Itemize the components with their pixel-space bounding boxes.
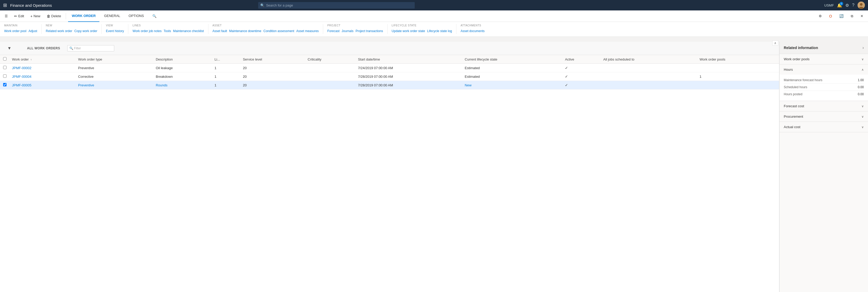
col-active[interactable]: Active — [562, 55, 601, 64]
active-check: ✓ — [565, 66, 568, 70]
col-lifecycle[interactable]: Current lifecycle state — [462, 55, 562, 64]
row-checkbox[interactable] — [3, 75, 6, 78]
ribbon-item-lifecycle-state-log[interactable]: Lifecycle state log — [427, 28, 452, 34]
ribbon-group-label: LINES — [132, 24, 204, 27]
work-order-li: 1 — [212, 72, 241, 81]
row-checkbox[interactable] — [3, 66, 6, 69]
work-orders-table: Work order ↑ Work order type Description… — [0, 55, 779, 89]
col-description[interactable]: Description — [153, 55, 212, 64]
select-all-checkbox[interactable] — [3, 57, 6, 61]
search-page-button[interactable]: 🔍 — [150, 12, 159, 20]
col-li[interactable]: Li... — [212, 55, 241, 64]
section-actual-cost: Actual cost∨ — [780, 122, 868, 132]
work-order-id[interactable]: JPMF-00004 — [12, 75, 31, 79]
ribbon-group-label: NEW — [46, 24, 97, 27]
ribbon-item-event-history[interactable]: Event history — [106, 28, 124, 34]
main-content: ▼ ALL WORK ORDERS 🔍 Work order ↑ Work or… — [0, 42, 868, 292]
refresh-btn[interactable]: 🔄 — [837, 12, 846, 20]
row-checkbox[interactable] — [3, 83, 6, 86]
work-order-type-link[interactable]: Preventive — [78, 83, 94, 87]
work-order-li: 1 — [212, 81, 241, 89]
plus-icon: + — [30, 14, 32, 18]
ribbon-item-maintenance-checklist[interactable]: Maintenance checklist — [173, 28, 204, 34]
work-order-id[interactable]: JPMF-00005 — [12, 83, 31, 87]
avatar[interactable] — [858, 2, 865, 9]
delete-icon: 🗑 — [47, 14, 50, 18]
ribbon-item-adjust[interactable]: Adjust — [28, 28, 37, 34]
tab-general[interactable]: GENERAL — [100, 10, 124, 22]
table-body: JPMF-00002PreventiveOil leakage1207/24/2… — [0, 64, 779, 89]
work-order-id[interactable]: JPMF-00002 — [12, 66, 31, 70]
collapse-arrow[interactable]: ∧ — [772, 40, 778, 46]
ribbon-item-tools[interactable]: Tools — [163, 28, 171, 34]
close-btn[interactable]: ✕ — [858, 12, 866, 20]
ribbon-item-condition-assessment[interactable]: Condition assessment — [264, 28, 294, 34]
service-level: 20 — [240, 64, 305, 72]
filter-input[interactable] — [67, 45, 114, 51]
info-row: Maintenance forecast hours1.00 — [784, 77, 864, 84]
col-start[interactable]: Start date/time — [355, 55, 462, 64]
col-scheduled[interactable]: All jobs scheduled to — [601, 55, 697, 64]
col-work-order[interactable]: Work order ↑ — [9, 55, 75, 64]
lifecycle-state: New — [462, 81, 562, 89]
ribbon-item-update-work-order-state[interactable]: Update work order state — [392, 28, 425, 34]
data-table: Work order ↑ Work order type Description… — [0, 55, 779, 292]
notification-icon[interactable]: 🔔 0 — [837, 3, 842, 8]
section-header[interactable]: Hours∧ — [780, 64, 868, 75]
grid-menu-icon[interactable]: ⊞ — [3, 2, 7, 8]
info-value: 0.00 — [858, 85, 864, 89]
ribbon-item-copy-work-order[interactable]: Copy work order — [74, 28, 97, 34]
description-link[interactable]: Rounds — [156, 83, 167, 87]
ribbon-item-asset-measures[interactable]: Asset measures — [296, 28, 319, 34]
start-datetime: 7/24/2019 07:00:00 AM — [355, 64, 462, 72]
table-row[interactable]: JPMF-00002PreventiveOil leakage1207/24/2… — [0, 64, 779, 72]
help-icon[interactable]: ? — [852, 3, 855, 7]
settings-small-btn[interactable]: ⚙ — [816, 12, 825, 20]
ribbon-item-asset-fault[interactable]: Asset fault — [213, 28, 227, 34]
info-label: Maintenance forecast hours — [784, 78, 823, 82]
new-button[interactable]: + New — [28, 12, 43, 20]
edit-button[interactable]: ✏ Edit — [11, 12, 27, 20]
active-check: ✓ — [565, 75, 568, 79]
ribbon-item-journals[interactable]: Journals — [342, 28, 353, 34]
ribbon-item-work-order-job-notes[interactable]: Work order job notes — [132, 28, 161, 34]
ribbon-item-maintenance-downtime[interactable]: Maintenance downtime — [229, 28, 261, 34]
active-cell: ✓ — [562, 81, 601, 89]
ribbon-item-related-work-order[interactable]: Related work order — [46, 28, 72, 34]
right-panel-close-icon[interactable]: › — [863, 46, 864, 50]
office-btn[interactable]: O — [827, 12, 835, 20]
right-panel: Related information › Work order pools∨H… — [779, 42, 868, 292]
left-panel: ▼ ALL WORK ORDERS 🔍 Work order ↑ Work or… — [0, 42, 779, 292]
panel-title: ALL WORK ORDERS — [27, 47, 60, 50]
info-label: Hours posted — [784, 92, 802, 96]
delete-button[interactable]: 🗑 Delete — [44, 12, 64, 20]
work-order-pools-cell — [697, 81, 779, 89]
section-header[interactable]: Forecast cost∨ — [780, 101, 868, 111]
section-header[interactable]: Actual cost∨ — [780, 122, 868, 132]
settings-icon[interactable]: ⚙ — [845, 3, 849, 8]
ribbon-item-work-order-pool[interactable]: Work order pool — [4, 28, 26, 34]
restore-btn[interactable]: ⧉ — [848, 12, 856, 20]
col-type[interactable]: Work order type — [75, 55, 153, 64]
col-checkbox[interactable] — [0, 55, 9, 64]
col-criticality[interactable]: Criticality — [305, 55, 355, 64]
start-datetime: 7/28/2019 07:00:00 AM — [355, 72, 462, 81]
hamburger-button[interactable]: ☰ — [2, 12, 10, 20]
ribbon-group-label: MAINTAIN — [4, 24, 37, 27]
table-row[interactable]: JPMF-00005PreventiveRounds1207/28/2019 0… — [0, 81, 779, 89]
section-header[interactable]: Procurement∨ — [780, 111, 868, 122]
col-pools[interactable]: Work order pools — [697, 55, 779, 64]
tab-work-order[interactable]: WORK ORDER — [68, 10, 99, 22]
work-order-li: 1 — [212, 64, 241, 72]
col-service[interactable]: Service level — [240, 55, 305, 64]
work-order-pools-cell — [697, 64, 779, 72]
search-input[interactable] — [258, 2, 415, 9]
ribbon-item-forecast[interactable]: Forecast — [327, 28, 340, 34]
ribbon-item-asset-documents[interactable]: Asset documents — [461, 28, 485, 34]
section-header[interactable]: Work order pools∨ — [780, 54, 868, 64]
ribbon-items: Work order poolAdjust — [4, 28, 37, 34]
ribbon-item-project-transactions[interactable]: Project transactions — [355, 28, 383, 34]
table-row[interactable]: JPMF-00004CorrectiveBreakdown1207/28/201… — [0, 72, 779, 81]
tab-options[interactable]: OPTIONS — [125, 10, 148, 22]
sidebar-filter-button[interactable]: ▼ — [4, 44, 14, 53]
